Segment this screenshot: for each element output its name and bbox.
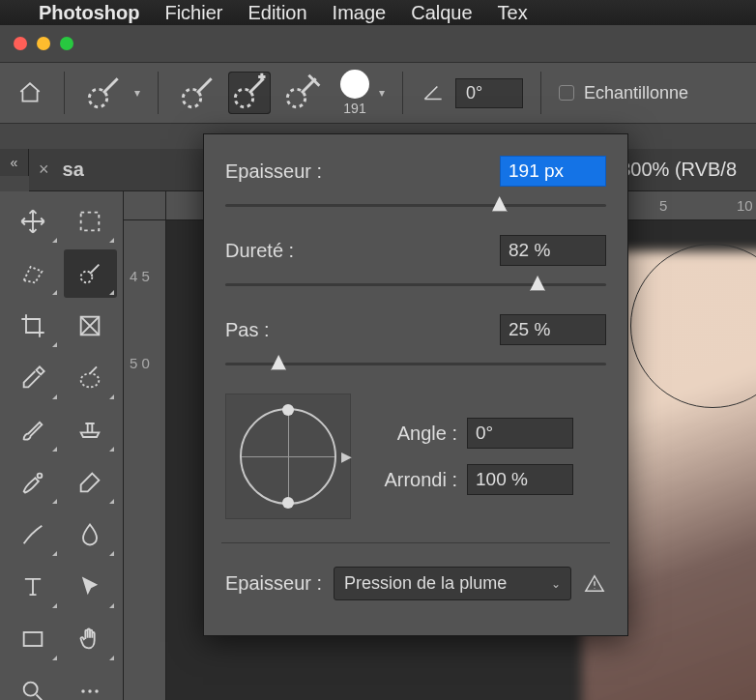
home-button[interactable]	[14, 76, 46, 109]
app-name[interactable]: Photoshop	[39, 2, 139, 24]
blur-tool[interactable]	[64, 510, 118, 559]
svg-point-8	[37, 474, 42, 479]
menu-fichier[interactable]: Fichier	[164, 2, 222, 24]
angle-field[interactable]: 0°	[467, 418, 573, 449]
patch-option[interactable]	[280, 72, 323, 114]
pas-field[interactable]: 25 %	[500, 314, 606, 345]
ruler-tick: 4 5	[130, 269, 150, 283]
quick-selection-tool[interactable]	[64, 354, 118, 402]
arrondi-label: Arrondi :	[370, 469, 457, 491]
svg-point-10	[23, 683, 37, 696]
angle-label: Angle :	[370, 423, 457, 445]
clone-stamp-tool[interactable]	[64, 406, 118, 454]
tab-close-button[interactable]: ×	[39, 160, 49, 180]
dynamics-label: Epaisseur :	[225, 572, 322, 595]
svg-rect-4	[81, 213, 100, 231]
crop-tool[interactable]	[6, 302, 60, 350]
brush-size-preview[interactable]: 191	[340, 70, 369, 116]
divider	[221, 542, 610, 543]
warning-icon	[583, 572, 606, 596]
close-window-button[interactable]	[14, 37, 27, 50]
arrondi-field[interactable]: 100 %	[467, 464, 573, 495]
chevron-down-icon[interactable]: ▾	[379, 86, 385, 100]
move-tool[interactable]	[6, 197, 60, 246]
ruler-tick: 5 0	[130, 356, 150, 370]
svg-rect-9	[23, 632, 42, 646]
ruler-vertical[interactable]: 4 5 5 0	[124, 220, 166, 700]
arrow-right-icon: ▶	[341, 449, 352, 464]
spot-healing-option[interactable]	[228, 72, 271, 114]
pas-slider[interactable]	[225, 355, 606, 374]
epaisseur-slider[interactable]	[225, 196, 606, 216]
durete-field[interactable]: 82 %	[500, 235, 606, 266]
menu-edition[interactable]: Edition	[247, 2, 306, 24]
svg-point-7	[81, 373, 100, 387]
rectangle-tool[interactable]	[6, 615, 60, 663]
ruler-corner	[124, 191, 166, 220]
brush-circle-icon	[340, 70, 369, 99]
menu-calque[interactable]: Calque	[411, 2, 472, 24]
divider	[540, 72, 541, 114]
svg-point-11	[82, 689, 86, 693]
divider	[158, 72, 159, 114]
hand-tool[interactable]	[64, 615, 118, 663]
healing-brush-option[interactable]	[176, 72, 218, 114]
chevron-down-icon[interactable]: ▾	[134, 86, 140, 100]
divider	[64, 72, 65, 114]
mac-menubar: Photoshop Fichier Edition Image Calque T…	[0, 0, 756, 25]
epaisseur-field[interactable]: 191 px	[500, 156, 606, 187]
eyedropper-tool[interactable]	[6, 354, 60, 402]
sampling-label: Echantillonne	[584, 83, 688, 103]
zoom-info: 300% (RVB/8	[620, 159, 737, 181]
brush-tool[interactable]	[6, 406, 60, 454]
pas-label: Pas :	[225, 319, 500, 341]
tools-panel	[0, 191, 124, 700]
durete-label: Dureté :	[225, 240, 500, 262]
type-tool[interactable]	[6, 563, 60, 611]
tab-title[interactable]: sa	[63, 159, 84, 181]
brush-preset-button[interactable]	[82, 72, 125, 114]
path-selection-tool[interactable]	[64, 563, 118, 611]
eraser-tool[interactable]	[64, 458, 118, 507]
marquee-tool[interactable]	[64, 197, 118, 246]
zoom-window-button[interactable]	[60, 37, 73, 50]
chevron-down-icon: ⌄	[551, 577, 561, 591]
angle-icon	[421, 80, 446, 105]
brush-settings-popup: Epaisseur : 191 px Dureté : 82 % Pas : 2…	[203, 133, 628, 636]
dynamics-dropdown[interactable]: Pression de la plume ⌄	[334, 567, 571, 600]
angle-wheel[interactable]: ▶	[225, 394, 351, 519]
svg-point-12	[89, 689, 93, 693]
svg-point-13	[96, 689, 100, 693]
epaisseur-label: Epaisseur :	[225, 160, 500, 183]
window-titlebar	[0, 25, 756, 62]
more-tools[interactable]	[64, 667, 118, 700]
healing-brush-tool[interactable]	[64, 249, 118, 298]
traffic-lights	[14, 37, 73, 50]
minimize-window-button[interactable]	[37, 37, 50, 50]
ruler-tick: 5	[659, 197, 667, 214]
gradient-tool[interactable]	[6, 510, 60, 559]
options-bar: ▾ 191 ▾ Echa	[0, 62, 756, 124]
collapse-panels-button[interactable]: «	[0, 149, 29, 176]
angle-input[interactable]	[455, 78, 523, 108]
zoom-tool[interactable]	[6, 667, 60, 700]
frame-tool[interactable]	[64, 302, 118, 350]
sampling-checkbox[interactable]	[559, 85, 574, 101]
menu-image[interactable]: Image	[333, 2, 387, 24]
history-brush-tool[interactable]	[6, 458, 60, 507]
durete-slider[interactable]	[225, 276, 606, 295]
lasso-tool[interactable]	[6, 249, 60, 298]
dropdown-value: Pression de la plume	[344, 573, 507, 594]
menu-texte[interactable]: Tex	[498, 2, 528, 24]
brush-size-value: 191	[343, 101, 365, 116]
ruler-tick: 10	[737, 197, 753, 214]
divider	[402, 72, 403, 114]
